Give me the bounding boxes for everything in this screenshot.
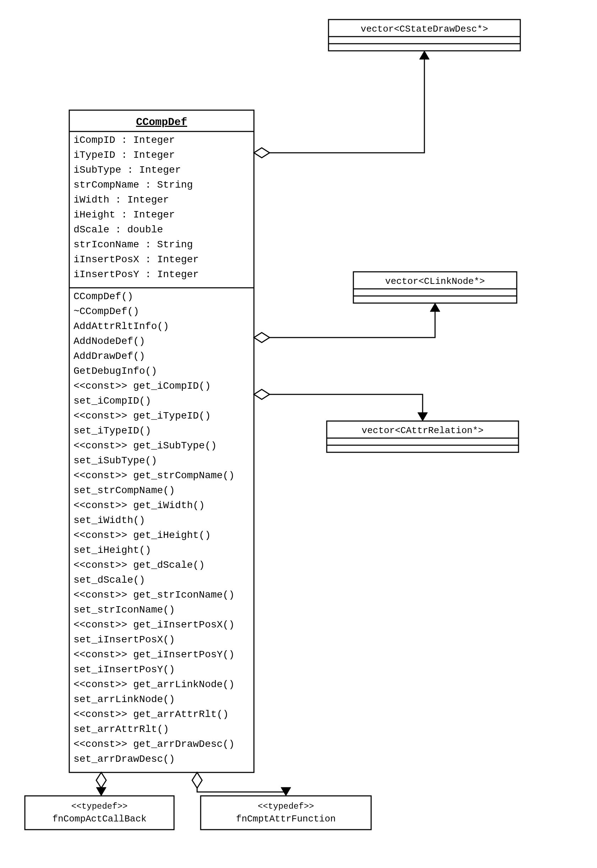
class-vector-linknode-title: vector<CLinkNode*> — [385, 276, 485, 287]
class-ccompdef-op: set_iCompID() — [74, 395, 151, 406]
class-ccompdef-op: set_strIconName() — [74, 604, 175, 615]
arrowhead-icon — [418, 413, 428, 421]
class-ccompdef-op: set_iHeight() — [74, 545, 151, 556]
assoc-line — [197, 787, 286, 792]
class-ccompdef-attr: iWidth : Integer — [74, 194, 169, 205]
class-ccompdef-op: AddNodeDef() — [74, 336, 145, 347]
class-ccompdef-op: <<const>> get_strCompName() — [74, 470, 235, 481]
class-ccompdef-op: AddAttrRltInfo() — [74, 321, 169, 332]
class-ccompdef-op: <<const>> get_arrLinkNode() — [74, 679, 235, 690]
class-ccompdef-op: AddDrawDef() — [74, 351, 145, 362]
class-fncompactcallback-stereo: <<typedef>> — [71, 801, 128, 811]
assoc-line — [270, 312, 435, 337]
class-vector-statedrawdesc-title: vector<CStateDrawDesc*> — [361, 24, 488, 34]
class-ccompdef-attr: dScale : double — [74, 224, 163, 235]
class-ccompdef-op: set_iInsertPosX() — [74, 634, 175, 645]
arrowhead-icon — [96, 787, 106, 796]
class-ccompdef-attr: iInsertPosY : Integer — [74, 269, 199, 280]
class-ccompdef-attr: iHeight : Integer — [74, 209, 175, 220]
class-ccompdef-op: set_arrDrawDesc() — [74, 754, 175, 765]
class-fncompactcallback-title: fnCompActCallBack — [52, 814, 146, 824]
class-ccompdef-op: set_arrAttrRlt() — [74, 724, 169, 735]
class-ccompdef-op: CCompDef() — [74, 291, 133, 302]
aggregation-diamond-icon — [192, 773, 202, 788]
class-fncompactcallback — [25, 796, 174, 829]
class-fncmptattrfunction-stereo: <<typedef>> — [258, 801, 314, 811]
class-ccompdef-op: set_arrLinkNode() — [74, 694, 175, 705]
class-ccompdef-op: GetDebugInfo() — [74, 366, 157, 377]
aggregation-diamond-icon — [254, 389, 270, 399]
arrowhead-icon — [430, 303, 440, 312]
class-ccompdef-op: set_iInsertPosY() — [74, 664, 175, 675]
arrowhead-icon — [419, 51, 429, 59]
class-ccompdef-op: set_iWidth() — [74, 515, 145, 526]
class-ccompdef-op: <<const>> get_iInsertPosX() — [74, 619, 235, 630]
class-ccompdef-attr: strCompName : String — [74, 180, 193, 190]
class-vector-attrrelation-title: vector<CAttrRelation*> — [362, 425, 483, 436]
class-ccompdef-op: set_strCompName() — [74, 485, 175, 496]
class-ccompdef-attr: iTypeID : Integer — [74, 150, 175, 161]
aggregation-diamond-icon — [96, 773, 106, 788]
class-ccompdef-title: CCompDef — [136, 116, 187, 128]
assoc-line — [270, 59, 425, 153]
class-ccompdef-op: <<const>> get_strIconName() — [74, 589, 235, 600]
class-fncmptattrfunction-title: fnCmptAttrFunction — [236, 814, 336, 824]
class-ccompdef-attr: iSubType : Integer — [74, 165, 181, 175]
class-ccompdef-attr: strIconName : String — [74, 239, 193, 250]
class-ccompdef-op: <<const>> get_iHeight() — [74, 530, 211, 541]
class-ccompdef-attr: iCompID : Integer — [74, 135, 175, 146]
class-ccompdef-attr: iInsertPosX : Integer — [74, 254, 199, 265]
class-fncmptattrfunction — [200, 796, 371, 829]
class-ccompdef-op: <<const>> get_arrAttrRlt() — [74, 709, 229, 720]
class-ccompdef-op: set_iTypeID() — [74, 425, 151, 436]
class-ccompdef-op: <<const>> get_dScale() — [74, 560, 205, 571]
class-ccompdef-op: set_dScale() — [74, 575, 145, 586]
class-ccompdef-op: ~CCompDef() — [74, 306, 139, 317]
aggregation-diamond-icon — [254, 333, 270, 342]
class-ccompdef-op: <<const>> get_iInsertPosY() — [74, 649, 235, 660]
class-ccompdef-op: <<const>> get_iSubType() — [74, 440, 217, 451]
class-ccompdef-op: <<const>> get_iCompID() — [74, 380, 211, 392]
class-ccompdef-op: set_iSubType() — [74, 455, 157, 466]
assoc-line — [270, 394, 423, 413]
class-ccompdef-op: <<const>> get_iWidth() — [74, 500, 205, 511]
class-ccompdef-op: <<const>> get_iTypeID() — [74, 410, 211, 421]
aggregation-diamond-icon — [254, 148, 270, 158]
class-ccompdef-op: <<const>> get_arrDrawDesc() — [74, 739, 235, 750]
